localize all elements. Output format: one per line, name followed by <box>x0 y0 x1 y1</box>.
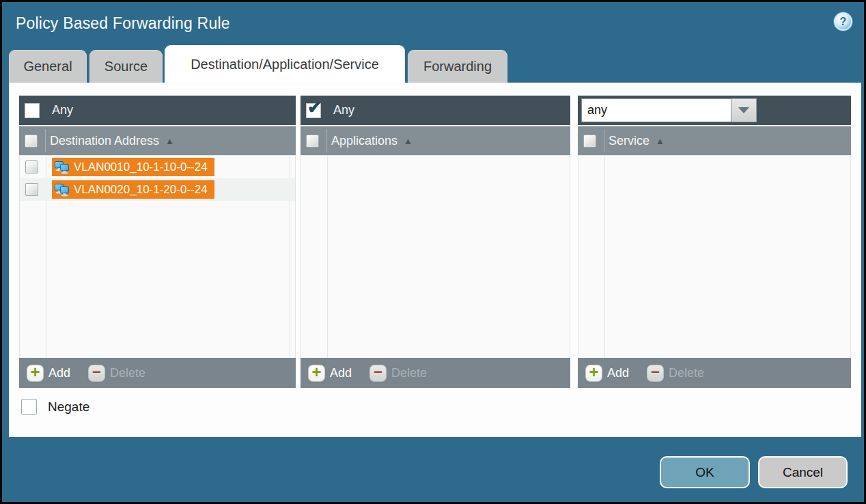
row-checkbox[interactable] <box>25 160 38 173</box>
negate-checkbox[interactable] <box>21 399 37 415</box>
add-button-label: Add <box>607 366 629 380</box>
destination-address-panel: Any Destination Address ▲ VLAN0010_1 <box>19 96 296 388</box>
tab-forwarding-label: Forwarding <box>423 59 492 74</box>
service-list <box>578 156 851 358</box>
tab-content-destination-application-service: Any Destination Address ▲ VLAN0010_1 <box>9 83 861 437</box>
delete-button-label: Delete <box>669 366 704 380</box>
ok-button[interactable]: OK <box>660 456 750 488</box>
delete-minus-icon: − <box>647 365 664 382</box>
applications-select-all-checkbox[interactable] <box>306 135 319 148</box>
policy-based-forwarding-dialog: Policy Based Forwarding Rule ? General S… <box>0 0 866 504</box>
address-object-label: VLAN0010_10-1-10-0--24 <box>74 160 208 174</box>
service-column-label[interactable]: Service <box>609 134 650 148</box>
applications-delete-button[interactable]: − Delete <box>369 365 427 382</box>
tab-source-label: Source <box>104 59 148 74</box>
sort-ascending-icon: ▲ <box>656 136 665 146</box>
delete-minus-icon: − <box>369 365 387 382</box>
column-divider <box>326 129 327 152</box>
destination-row-vlan0010[interactable]: VLAN0010_10-1-10-0--24 <box>20 156 295 178</box>
column-divider <box>327 156 328 358</box>
applications-panel: ✔ Any Applications ▲ + Add − De <box>301 96 570 388</box>
cancel-button[interactable]: Cancel <box>758 456 848 488</box>
applications-any-checkbox[interactable]: ✔ <box>306 103 321 118</box>
applications-add-button[interactable]: + Add <box>308 365 352 382</box>
delete-minus-icon: − <box>88 365 105 382</box>
destination-any-checkbox[interactable] <box>25 103 40 118</box>
tab-source[interactable]: Source <box>89 50 163 83</box>
service-add-button[interactable]: + Add <box>585 365 629 382</box>
add-plus-icon: + <box>585 365 602 382</box>
destination-column-label[interactable]: Destination Address <box>50 134 159 148</box>
address-object-chip[interactable]: VLAN0010_10-1-10-0--24 <box>52 158 214 176</box>
applications-column-label[interactable]: Applications <box>331 134 397 148</box>
destination-column-header: Destination Address ▲ <box>19 126 296 156</box>
tab-destination-application-service-label: Destination/Application/Service <box>191 57 379 72</box>
destination-any-bar: Any <box>19 96 296 126</box>
network-address-icon <box>55 160 70 174</box>
destination-delete-button[interactable]: − Delete <box>88 365 145 382</box>
service-panel: Service ▲ + Add − Delete <box>578 96 851 388</box>
service-select-all-checkbox[interactable] <box>583 135 596 148</box>
network-address-icon <box>55 183 70 197</box>
applications-toolbar: + Add − Delete <box>301 358 570 388</box>
destination-select-all-checkbox[interactable] <box>25 135 38 148</box>
destination-list: VLAN0010_10-1-10-0--24 VLAN0020_10-1-20-… <box>19 156 296 358</box>
destination-row-vlan0020[interactable]: VLAN0020_10-1-20-0--24 <box>20 178 295 201</box>
applications-list <box>301 156 570 358</box>
row-checkbox[interactable] <box>25 183 38 196</box>
applications-column-header: Applications ▲ <box>301 126 570 156</box>
checkmark-icon: ✔ <box>307 99 322 116</box>
dialog-title: Policy Based Forwarding Rule <box>16 14 230 33</box>
service-dropdown-button[interactable] <box>731 98 757 122</box>
applications-any-bar: ✔ Any <box>301 96 570 126</box>
destination-any-label: Any <box>52 103 73 117</box>
add-button-label: Add <box>48 366 70 380</box>
service-column-header: Service ▲ <box>578 126 851 156</box>
address-object-chip[interactable]: VLAN0020_10-1-20-0--24 <box>52 180 214 199</box>
destination-add-button[interactable]: + Add <box>27 365 70 382</box>
service-dropdown <box>581 98 757 122</box>
negate-label: Negate <box>48 400 89 415</box>
sort-ascending-icon: ▲ <box>165 136 174 146</box>
service-any-bar <box>578 96 851 126</box>
address-object-label: VLAN0020_10-1-20-0--24 <box>74 183 208 197</box>
help-icon[interactable]: ? <box>834 12 852 31</box>
delete-button-label: Delete <box>391 366 427 380</box>
delete-button-label: Delete <box>110 366 145 380</box>
add-plus-icon: + <box>27 365 44 382</box>
service-delete-button[interactable]: − Delete <box>647 365 704 382</box>
chevron-down-icon <box>738 107 749 113</box>
tab-general-label: General <box>23 59 72 74</box>
negate-control: Negate <box>21 399 89 415</box>
add-button-label: Add <box>330 366 352 380</box>
sort-ascending-icon: ▲ <box>404 136 413 146</box>
tab-general[interactable]: General <box>9 50 87 83</box>
add-plus-icon: + <box>308 365 325 382</box>
applications-any-label: Any <box>333 103 354 117</box>
column-divider <box>45 129 46 152</box>
tab-destination-application-service[interactable]: Destination/Application/Service <box>165 45 405 83</box>
destination-toolbar: + Add − Delete <box>19 358 296 388</box>
service-toolbar: + Add − Delete <box>578 358 851 388</box>
service-dropdown-input[interactable] <box>581 98 731 122</box>
column-divider <box>604 156 605 358</box>
column-divider <box>604 129 604 152</box>
tab-forwarding[interactable]: Forwarding <box>408 50 507 83</box>
